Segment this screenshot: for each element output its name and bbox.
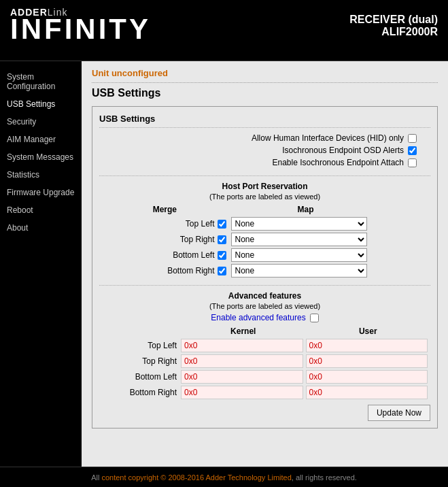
device-info: RECEIVER (dual) ALIF2000R [349, 14, 438, 38]
merge-map-header: Merge Map [99, 205, 430, 214]
update-now-button[interactable]: Update Now [368, 405, 430, 421]
device-line1: RECEIVER (dual) [349, 14, 438, 26]
port-map-top-left[interactable]: None [231, 217, 367, 231]
footer: All content copyright © 2008-2016 Adder … [0, 467, 448, 487]
adv-label-top-left: Top Left [99, 341, 181, 350]
usb-settings-box: USB Settings Allow Human Interface Devic… [92, 106, 438, 429]
port-row-bottom-right: Bottom Right None [99, 264, 430, 278]
adv-kernel-bottom-right[interactable] [181, 386, 303, 399]
port-merge-top-left[interactable] [218, 220, 226, 229]
unit-status: Unit unconfigured [92, 68, 438, 83]
osd-label: Isochronous Endpoint OSD Alerts [282, 146, 404, 155]
hid-label: Allow Human Interface Devices (HID) only [252, 133, 404, 143]
adv-kernel-bottom-left[interactable] [181, 370, 303, 384]
hid-row: Allow Human Interface Devices (HID) only [99, 133, 430, 143]
port-label-bottom-left: Bottom Left [163, 250, 218, 260]
port-label-bottom-right: Bottom Right [163, 266, 218, 275]
enable-advanced-row: Enable advanced features [99, 313, 430, 322]
sidebar: System Configuration USB Settings Securi… [0, 61, 82, 467]
adv-user-top-right[interactable] [306, 354, 428, 368]
osd-row: Isochronous Endpoint OSD Alerts [99, 146, 430, 155]
sidebar-item-firmware-upgrade[interactable]: Firmware Upgrade [0, 184, 82, 201]
host-port-title: Host Port Reservation [99, 182, 430, 191]
sidebar-item-about[interactable]: About [0, 219, 82, 237]
sidebar-item-reboot[interactable]: Reboot [0, 201, 82, 219]
user-label: User [306, 326, 431, 336]
osd-checkbox[interactable] [408, 146, 417, 155]
device-line2: ALIF2000R [349, 26, 438, 38]
page-title: USB Settings [92, 87, 438, 99]
sidebar-item-aim-manager[interactable]: AIM Manager [0, 131, 82, 148]
adv-kernel-top-right[interactable] [181, 354, 303, 368]
section-title: USB Settings [99, 114, 430, 128]
port-row-bottom-left: Bottom Left None [99, 248, 430, 262]
adv-user-bottom-left[interactable] [306, 370, 428, 384]
update-btn-row: Update Now [99, 405, 430, 421]
port-label-top-right: Top Right [163, 235, 218, 244]
port-merge-bottom-left[interactable] [218, 251, 226, 260]
host-port-section: Host Port Reservation (The ports are lab… [99, 182, 430, 286]
adv-row-top-right: Top Right [99, 354, 430, 368]
port-merge-bottom-right[interactable] [218, 267, 226, 275]
layout: System Configuration USB Settings Securi… [0, 61, 448, 467]
merge-label: Merge [99, 205, 181, 214]
port-label-top-left: Top Left [163, 219, 218, 229]
sidebar-item-security[interactable]: Security [0, 113, 82, 131]
advanced-section: Advanced features (The ports are labeled… [99, 291, 430, 399]
port-merge-top-right[interactable] [218, 235, 226, 244]
advanced-title: Advanced features [99, 291, 430, 301]
adv-row-bottom-right: Bottom Right [99, 386, 430, 399]
sidebar-item-system-messages[interactable]: System Messages [0, 148, 82, 166]
adv-label-bottom-left: Bottom Left [99, 372, 181, 382]
map-label: Map [181, 205, 430, 214]
adv-label-bottom-right: Bottom Right [99, 388, 181, 397]
sidebar-item-system-configuration[interactable]: System Configuration [0, 68, 82, 95]
adv-row-top-left: Top Left [99, 339, 430, 352]
enable-advanced-checkbox[interactable] [310, 314, 319, 322]
footer-text-before: All [91, 473, 99, 482]
adv-user-bottom-right[interactable] [306, 386, 428, 399]
logo-infinity: INFINITY [10, 15, 151, 44]
adv-kernel-top-left[interactable] [181, 339, 303, 352]
header: ADDERLink INFINITY RECEIVER (dual) ALIF2… [0, 0, 448, 61]
adv-user-top-left[interactable] [306, 339, 428, 352]
attach-label: Enable Isochronous Endpoint Attach [273, 158, 404, 167]
advanced-subtitle: (The ports are labeled as viewed) [99, 302, 430, 310]
footer-link[interactable]: content copyright © 2008-2016 Adder Tech… [101, 473, 291, 482]
adv-label-top-right: Top Right [99, 356, 181, 366]
sidebar-item-usb-settings[interactable]: USB Settings [0, 95, 82, 113]
kernel-user-header: Kernel User [99, 326, 430, 336]
footer-text-after: , all rights reserved. [292, 473, 357, 482]
attach-checkbox[interactable] [408, 158, 417, 167]
port-row-top-right: Top Right None [99, 233, 430, 246]
enable-advanced-label: Enable advanced features [211, 313, 305, 322]
adv-row-bottom-left: Bottom Left [99, 370, 430, 384]
hid-checkbox[interactable] [408, 134, 417, 143]
kernel-label: Kernel [181, 326, 306, 336]
port-row-top-left: Top Left None [99, 217, 430, 231]
port-map-bottom-left[interactable]: None [231, 248, 367, 262]
port-map-bottom-right[interactable]: None [231, 264, 367, 278]
checkboxes-area: Allow Human Interface Devices (HID) only… [99, 133, 430, 176]
host-port-subtitle: (The ports are labeled as viewed) [99, 192, 430, 201]
logo-area: ADDERLink INFINITY [10, 7, 151, 44]
sidebar-item-statistics[interactable]: Statistics [0, 166, 82, 184]
attach-row: Enable Isochronous Endpoint Attach [99, 158, 430, 167]
main-content: Unit unconfigured USB Settings USB Setti… [82, 61, 448, 467]
port-map-top-right[interactable]: None [231, 233, 367, 246]
